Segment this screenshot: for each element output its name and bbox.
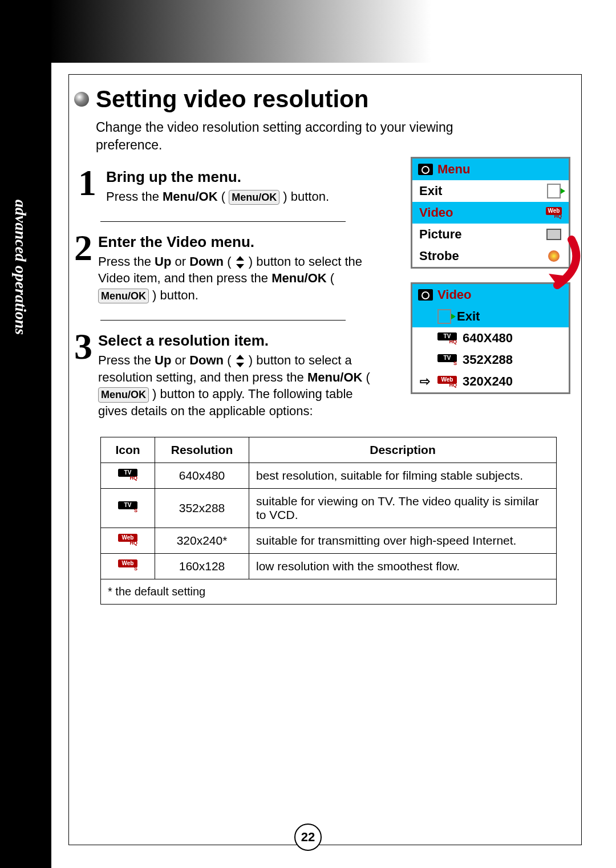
page-title: Setting video resolution	[96, 86, 368, 113]
page-number: 22	[294, 824, 322, 851]
step-number: 3	[74, 332, 92, 420]
menu-item-label: Picture	[419, 227, 462, 242]
cell-description: low resolution with the smoothest flow.	[249, 553, 557, 579]
video-menu-item-label: 640X480	[463, 331, 513, 346]
table-footnote: * the default setting	[101, 579, 557, 604]
svg-marker-3	[236, 363, 244, 367]
svg-marker-1	[236, 264, 244, 269]
th-resolution: Resolution	[155, 437, 249, 463]
video-menu-item-exit[interactable]: Exit	[412, 306, 569, 327]
menu-item-label: Video	[419, 205, 453, 220]
cell-icon: WebS	[101, 553, 155, 579]
step-number: 2	[74, 233, 92, 304]
step: 3Select a resolution item.Press the Up o…	[74, 332, 382, 420]
video-menu-item-label: 352X288	[463, 352, 513, 367]
web-hq-icon: WebHQ	[546, 207, 562, 219]
video-menu-box: Video ExitTVHQ640X480TVS352X288⇨WebHQ320…	[411, 282, 570, 394]
step: 2Enter the Video menu.Press the Up or Do…	[74, 233, 382, 304]
camera-icon	[418, 289, 433, 301]
exit-icon	[437, 309, 451, 324]
video-menu-item-label: 320X240	[463, 374, 513, 389]
tv-hq-icon: TVHQ	[118, 469, 137, 481]
menu-item-video[interactable]: VideoWebHQ	[412, 202, 569, 224]
web-hq-icon: WebHQ	[437, 376, 457, 388]
red-arrow-icon	[532, 234, 583, 297]
svg-marker-0	[236, 256, 244, 261]
selection-arrow-icon: ⇨	[418, 374, 432, 389]
step-divider	[100, 320, 346, 321]
left-sidebar: advanced operations	[0, 0, 51, 868]
section-label: advanced operations	[11, 200, 30, 335]
video-menu-item-352x288[interactable]: TVS352X288	[412, 349, 569, 371]
video-menu-item-label: Exit	[457, 309, 480, 324]
menu-ok-badge: Menu/OK	[98, 289, 149, 303]
up-down-icon	[235, 355, 245, 367]
web-hq-icon: WebHQ	[118, 534, 137, 546]
up-down-icon	[235, 256, 245, 269]
title-bullet-icon	[74, 92, 89, 107]
step-title: Enter the Video menu.	[98, 233, 382, 251]
camera-icon	[418, 164, 433, 175]
cell-description: suitable for viewing on TV. The video qu…	[249, 488, 557, 528]
menu-ok-badge: Menu/OK	[98, 387, 149, 402]
menu-header-label: Menu	[437, 162, 470, 177]
video-menu-header-label: Video	[437, 287, 472, 302]
table-row: TVHQ640x480best resolution, suitable for…	[101, 463, 557, 488]
svg-marker-2	[236, 355, 244, 359]
step-title: Bring up the menu.	[106, 168, 329, 186]
video-menu-item-640x480[interactable]: TVHQ640X480	[412, 327, 569, 349]
step-number: 1	[74, 168, 100, 205]
step-description: Press the Up or Down ( ) button to selec…	[98, 253, 382, 304]
cell-icon: TVS	[101, 488, 155, 528]
menu-header: Menu	[412, 159, 569, 180]
table-row: WebHQ320x240*suitable for transmitting o…	[101, 528, 557, 553]
cell-description: best resolution, suitable for filming st…	[249, 463, 557, 488]
th-icon: Icon	[101, 437, 155, 463]
menu-item-label: Exit	[419, 184, 442, 198]
cell-resolution: 320x240*	[155, 528, 249, 553]
web-s-icon: WebS	[118, 559, 137, 571]
step-divider	[100, 221, 346, 222]
menu-item-exit[interactable]: Exit	[412, 180, 569, 202]
cell-description: suitable for transmitting over high-spee…	[249, 528, 557, 553]
step-title: Select a resolution item.	[98, 332, 382, 350]
step-description: Press the Menu/OK ( Menu/OK ) button.	[106, 188, 329, 205]
th-description: Description	[249, 437, 557, 463]
step-description: Press the Up or Down ( ) button to selec…	[98, 352, 382, 420]
cell-icon: TVHQ	[101, 463, 155, 488]
tv-s-icon: TVS	[437, 354, 457, 366]
exit-icon	[547, 184, 561, 198]
cell-resolution: 640x480	[155, 463, 249, 488]
cell-resolution: 352x288	[155, 488, 249, 528]
menu-ok-badge: Menu/OK	[229, 190, 279, 205]
cell-icon: WebHQ	[101, 528, 155, 553]
header-gradient	[0, 0, 616, 63]
resolution-table: Icon Resolution Description TVHQ640x480b…	[100, 437, 557, 605]
table-row: TVS352x288suitable for viewing on TV. Th…	[101, 488, 557, 528]
step: 1Bring up the menu.Press the Menu/OK ( M…	[74, 168, 382, 205]
table-row: WebS160x128low resolution with the smoot…	[101, 553, 557, 579]
menu-item-label: Strobe	[419, 249, 459, 263]
tv-hq-icon: TVHQ	[437, 332, 457, 344]
cell-resolution: 160x128	[155, 553, 249, 579]
tv-s-icon: TVS	[118, 501, 137, 513]
intro-text: Change the video resolution setting acco…	[96, 119, 518, 154]
video-menu-item-320x240[interactable]: ⇨WebHQ320X240	[412, 371, 569, 392]
